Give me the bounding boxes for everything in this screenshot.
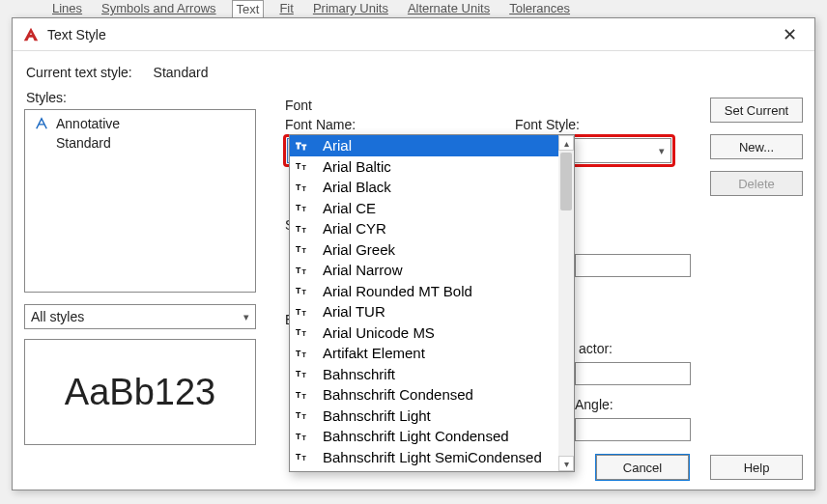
truetype-icon: TT: [296, 326, 311, 338]
font-option-label: Bahnschrift Condensed: [323, 386, 473, 403]
font-option-label: Arial CYR: [323, 220, 386, 237]
current-style-label: Current text style:: [26, 65, 132, 80]
help-button[interactable]: Help: [710, 455, 803, 480]
font-name-dropdown[interactable]: TTArialTTArial BalticTTArial BlackTTAria…: [289, 134, 575, 472]
font-option-label: Arial Rounded MT Bold: [323, 283, 472, 299]
svg-text:T: T: [301, 309, 306, 318]
style-preview: AaBb123: [24, 339, 256, 445]
truetype-icon: TT: [296, 182, 311, 193]
font-option-label: Arial: [323, 137, 352, 154]
height-input[interactable]: [575, 254, 691, 277]
width-factor-label-partial: actor:: [579, 341, 613, 356]
font-option[interactable]: TTBahnschrift Light Condensed: [290, 426, 574, 447]
dropdown-scrollbar[interactable]: ▴ ▾: [558, 135, 574, 471]
chevron-down-icon: ▾: [243, 311, 249, 323]
styles-listbox[interactable]: Annotative Standard: [24, 109, 256, 293]
autocad-icon: [22, 26, 40, 43]
close-button[interactable]: ✕: [775, 20, 805, 49]
font-option[interactable]: TTArial Narrow: [290, 260, 574, 281]
set-current-button[interactable]: Set Current: [710, 98, 803, 123]
svg-text:T: T: [301, 434, 306, 442]
new-button[interactable]: New...: [710, 134, 803, 159]
svg-text:T: T: [301, 350, 306, 359]
truetype-icon: TT: [296, 348, 311, 359]
font-option[interactable]: TTArial CE: [290, 198, 574, 219]
titlebar: Text Style ✕: [13, 18, 814, 51]
tab-primary-units[interactable]: Primary Units: [309, 0, 392, 18]
svg-text:T: T: [296, 432, 301, 441]
tab-text[interactable]: Text: [232, 0, 265, 18]
svg-text:T: T: [301, 454, 306, 462]
truetype-icon: TT: [296, 306, 311, 318]
svg-text:T: T: [301, 412, 306, 421]
tab-tolerances[interactable]: Tolerances: [505, 0, 574, 18]
annotative-icon: [35, 117, 48, 130]
tab-lines[interactable]: Lines: [48, 0, 86, 18]
svg-text:T: T: [301, 329, 306, 338]
font-option-label: Arial Unicode MS: [323, 324, 435, 341]
tab-fit[interactable]: Fit: [275, 0, 297, 18]
tab-alternate-units[interactable]: Alternate Units: [404, 0, 494, 18]
text-style-dialog: Text Style ✕ Current text style: Standar…: [12, 17, 815, 490]
svg-text:T: T: [301, 163, 306, 172]
tab-symbols[interactable]: Symbols and Arrows: [98, 0, 220, 18]
style-item-label: Standard: [56, 135, 111, 151]
style-item-standard[interactable]: Standard: [31, 133, 249, 153]
svg-text:T: T: [301, 371, 306, 379]
svg-text:T: T: [301, 288, 306, 296]
delete-button: Delete: [710, 171, 803, 196]
font-option[interactable]: TTArial Greek: [290, 239, 574, 261]
font-option[interactable]: TTBahnschrift Condensed: [290, 384, 574, 406]
svg-text:T: T: [301, 143, 306, 152]
font-option-label: Bahnschrift Light Condensed: [323, 428, 509, 444]
font-option[interactable]: TTArial Rounded MT Bold: [290, 281, 574, 302]
font-option[interactable]: TTArial CYR: [290, 218, 574, 239]
font-option[interactable]: TTBahnschrift SemiBold: [290, 467, 574, 471]
dialog-title: Text Style: [47, 27, 106, 42]
font-option[interactable]: TTArial: [290, 135, 574, 156]
style-filter-combo[interactable]: All styles ▾: [24, 304, 256, 329]
font-option[interactable]: TTArial Baltic: [290, 156, 574, 178]
font-option[interactable]: TTBahnschrift: [290, 364, 574, 385]
preview-text: AaBb123: [65, 372, 215, 413]
svg-text:T: T: [296, 161, 301, 171]
svg-text:T: T: [296, 327, 301, 337]
current-style-value: Standard: [154, 65, 209, 80]
svg-text:T: T: [296, 286, 301, 295]
truetype-icon: TT: [296, 389, 311, 401]
font-option-label: Bahnschrift Light SemiCondensed: [323, 449, 542, 465]
scroll-thumb[interactable]: [560, 153, 572, 210]
font-style-label: Font Style:: [515, 117, 673, 132]
scroll-down-icon[interactable]: ▾: [558, 456, 574, 471]
svg-text:T: T: [296, 182, 301, 192]
oblique-angle-input[interactable]: [575, 418, 691, 441]
svg-text:T: T: [296, 369, 301, 378]
font-section-label: Font: [285, 98, 691, 113]
width-factor-input[interactable]: [575, 362, 691, 385]
svg-text:T: T: [296, 349, 301, 358]
dialog-bottom-buttons: Cancel Help: [596, 455, 803, 480]
svg-text:T: T: [301, 267, 306, 276]
font-option[interactable]: TTBahnschrift Light SemiCondensed: [290, 447, 574, 468]
scroll-up-icon[interactable]: ▴: [558, 135, 574, 151]
svg-text:T: T: [296, 390, 301, 400]
font-option[interactable]: TTArial Unicode MS: [290, 322, 574, 344]
svg-text:T: T: [301, 246, 306, 255]
cancel-button[interactable]: Cancel: [596, 455, 689, 480]
font-option[interactable]: TTArial TUR: [290, 301, 574, 322]
font-option[interactable]: TTArial Black: [290, 177, 574, 198]
font-name-label: Font Name:: [285, 117, 492, 132]
svg-text:T: T: [296, 244, 301, 254]
svg-text:T: T: [296, 141, 301, 151]
svg-text:T: T: [296, 266, 301, 275]
chevron-down-icon: ▾: [659, 145, 665, 157]
font-option[interactable]: TTBahnschrift Light: [290, 406, 574, 427]
svg-text:T: T: [296, 452, 301, 462]
truetype-icon: TT: [296, 265, 311, 276]
truetype-icon: TT: [296, 140, 311, 152]
style-filter-row: All styles ▾: [24, 304, 256, 329]
truetype-icon: TT: [296, 431, 311, 442]
font-option[interactable]: TTArtifakt Element: [290, 343, 574, 364]
style-item-annotative[interactable]: Annotative: [31, 114, 249, 133]
svg-text:T: T: [301, 226, 306, 235]
